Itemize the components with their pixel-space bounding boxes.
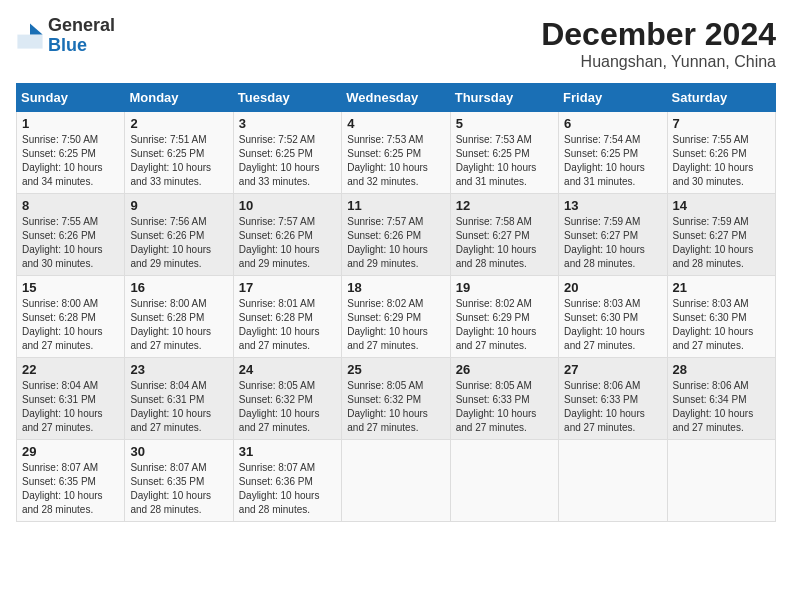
calendar-day-cell: 29Sunrise: 8:07 AM Sunset: 6:35 PM Dayli… <box>17 440 125 522</box>
day-detail: Sunrise: 8:04 AM Sunset: 6:31 PM Dayligh… <box>22 379 119 435</box>
weekday-header-wednesday: Wednesday <box>342 84 450 112</box>
calendar-subtitle: Huangshan, Yunnan, China <box>541 53 776 71</box>
day-number: 23 <box>130 362 227 377</box>
day-number: 12 <box>456 198 553 213</box>
day-detail: Sunrise: 8:01 AM Sunset: 6:28 PM Dayligh… <box>239 297 336 353</box>
calendar-day-cell: 30Sunrise: 8:07 AM Sunset: 6:35 PM Dayli… <box>125 440 233 522</box>
empty-day-cell <box>667 440 775 522</box>
day-detail: Sunrise: 7:52 AM Sunset: 6:25 PM Dayligh… <box>239 133 336 189</box>
day-number: 17 <box>239 280 336 295</box>
svg-marker-0 <box>30 23 43 34</box>
calendar-day-cell: 31Sunrise: 8:07 AM Sunset: 6:36 PM Dayli… <box>233 440 341 522</box>
day-number: 9 <box>130 198 227 213</box>
day-number: 31 <box>239 444 336 459</box>
calendar-day-cell: 18Sunrise: 8:02 AM Sunset: 6:29 PM Dayli… <box>342 276 450 358</box>
calendar-day-cell: 10Sunrise: 7:57 AM Sunset: 6:26 PM Dayli… <box>233 194 341 276</box>
calendar-day-cell: 8Sunrise: 7:55 AM Sunset: 6:26 PM Daylig… <box>17 194 125 276</box>
day-detail: Sunrise: 7:56 AM Sunset: 6:26 PM Dayligh… <box>130 215 227 271</box>
calendar-day-cell: 16Sunrise: 8:00 AM Sunset: 6:28 PM Dayli… <box>125 276 233 358</box>
day-detail: Sunrise: 7:54 AM Sunset: 6:25 PM Dayligh… <box>564 133 661 189</box>
weekday-header-thursday: Thursday <box>450 84 558 112</box>
day-number: 21 <box>673 280 770 295</box>
day-number: 1 <box>22 116 119 131</box>
calendar-day-cell: 23Sunrise: 8:04 AM Sunset: 6:31 PM Dayli… <box>125 358 233 440</box>
calendar-day-cell: 24Sunrise: 8:05 AM Sunset: 6:32 PM Dayli… <box>233 358 341 440</box>
day-detail: Sunrise: 7:59 AM Sunset: 6:27 PM Dayligh… <box>564 215 661 271</box>
day-number: 13 <box>564 198 661 213</box>
empty-day-cell <box>559 440 667 522</box>
day-detail: Sunrise: 7:50 AM Sunset: 6:25 PM Dayligh… <box>22 133 119 189</box>
day-detail: Sunrise: 8:00 AM Sunset: 6:28 PM Dayligh… <box>130 297 227 353</box>
calendar-day-cell: 20Sunrise: 8:03 AM Sunset: 6:30 PM Dayli… <box>559 276 667 358</box>
calendar-day-cell: 22Sunrise: 8:04 AM Sunset: 6:31 PM Dayli… <box>17 358 125 440</box>
calendar-day-cell: 3Sunrise: 7:52 AM Sunset: 6:25 PM Daylig… <box>233 112 341 194</box>
day-detail: Sunrise: 8:07 AM Sunset: 6:35 PM Dayligh… <box>22 461 119 517</box>
day-number: 29 <box>22 444 119 459</box>
day-detail: Sunrise: 7:58 AM Sunset: 6:27 PM Dayligh… <box>456 215 553 271</box>
calendar-day-cell: 26Sunrise: 8:05 AM Sunset: 6:33 PM Dayli… <box>450 358 558 440</box>
calendar-day-cell: 1Sunrise: 7:50 AM Sunset: 6:25 PM Daylig… <box>17 112 125 194</box>
calendar-day-cell: 6Sunrise: 7:54 AM Sunset: 6:25 PM Daylig… <box>559 112 667 194</box>
calendar-week-row: 15Sunrise: 8:00 AM Sunset: 6:28 PM Dayli… <box>17 276 776 358</box>
day-number: 20 <box>564 280 661 295</box>
day-number: 3 <box>239 116 336 131</box>
day-detail: Sunrise: 8:07 AM Sunset: 6:35 PM Dayligh… <box>130 461 227 517</box>
calendar-day-cell: 7Sunrise: 7:55 AM Sunset: 6:26 PM Daylig… <box>667 112 775 194</box>
calendar-day-cell: 15Sunrise: 8:00 AM Sunset: 6:28 PM Dayli… <box>17 276 125 358</box>
calendar-day-cell: 9Sunrise: 7:56 AM Sunset: 6:26 PM Daylig… <box>125 194 233 276</box>
day-number: 27 <box>564 362 661 377</box>
weekday-header-row: SundayMondayTuesdayWednesdayThursdayFrid… <box>17 84 776 112</box>
day-number: 24 <box>239 362 336 377</box>
weekday-header-monday: Monday <box>125 84 233 112</box>
day-number: 28 <box>673 362 770 377</box>
logo-text: General Blue <box>48 16 115 56</box>
calendar-day-cell: 2Sunrise: 7:51 AM Sunset: 6:25 PM Daylig… <box>125 112 233 194</box>
day-number: 2 <box>130 116 227 131</box>
day-number: 26 <box>456 362 553 377</box>
calendar-day-cell: 4Sunrise: 7:53 AM Sunset: 6:25 PM Daylig… <box>342 112 450 194</box>
logo-icon <box>16 22 44 50</box>
day-number: 15 <box>22 280 119 295</box>
calendar-day-cell: 5Sunrise: 7:53 AM Sunset: 6:25 PM Daylig… <box>450 112 558 194</box>
day-detail: Sunrise: 7:53 AM Sunset: 6:25 PM Dayligh… <box>456 133 553 189</box>
day-detail: Sunrise: 8:00 AM Sunset: 6:28 PM Dayligh… <box>22 297 119 353</box>
calendar-week-row: 29Sunrise: 8:07 AM Sunset: 6:35 PM Dayli… <box>17 440 776 522</box>
empty-day-cell <box>450 440 558 522</box>
calendar-day-cell: 21Sunrise: 8:03 AM Sunset: 6:30 PM Dayli… <box>667 276 775 358</box>
calendar-day-cell: 17Sunrise: 8:01 AM Sunset: 6:28 PM Dayli… <box>233 276 341 358</box>
calendar-week-row: 8Sunrise: 7:55 AM Sunset: 6:26 PM Daylig… <box>17 194 776 276</box>
title-block: December 2024 Huangshan, Yunnan, China <box>541 16 776 71</box>
day-number: 4 <box>347 116 444 131</box>
svg-marker-1 <box>17 34 42 48</box>
weekday-header-friday: Friday <box>559 84 667 112</box>
calendar-day-cell: 14Sunrise: 7:59 AM Sunset: 6:27 PM Dayli… <box>667 194 775 276</box>
day-detail: Sunrise: 8:06 AM Sunset: 6:33 PM Dayligh… <box>564 379 661 435</box>
weekday-header-sunday: Sunday <box>17 84 125 112</box>
day-number: 8 <box>22 198 119 213</box>
calendar-day-cell: 13Sunrise: 7:59 AM Sunset: 6:27 PM Dayli… <box>559 194 667 276</box>
day-number: 6 <box>564 116 661 131</box>
day-number: 14 <box>673 198 770 213</box>
day-number: 11 <box>347 198 444 213</box>
day-detail: Sunrise: 8:02 AM Sunset: 6:29 PM Dayligh… <box>347 297 444 353</box>
day-number: 25 <box>347 362 444 377</box>
calendar-title: December 2024 <box>541 16 776 53</box>
day-number: 19 <box>456 280 553 295</box>
day-detail: Sunrise: 7:59 AM Sunset: 6:27 PM Dayligh… <box>673 215 770 271</box>
day-detail: Sunrise: 7:55 AM Sunset: 6:26 PM Dayligh… <box>673 133 770 189</box>
day-detail: Sunrise: 8:07 AM Sunset: 6:36 PM Dayligh… <box>239 461 336 517</box>
weekday-header-saturday: Saturday <box>667 84 775 112</box>
day-number: 18 <box>347 280 444 295</box>
day-detail: Sunrise: 8:03 AM Sunset: 6:30 PM Dayligh… <box>564 297 661 353</box>
calendar-day-cell: 28Sunrise: 8:06 AM Sunset: 6:34 PM Dayli… <box>667 358 775 440</box>
day-number: 7 <box>673 116 770 131</box>
day-detail: Sunrise: 8:05 AM Sunset: 6:33 PM Dayligh… <box>456 379 553 435</box>
day-detail: Sunrise: 7:53 AM Sunset: 6:25 PM Dayligh… <box>347 133 444 189</box>
day-number: 10 <box>239 198 336 213</box>
calendar-day-cell: 25Sunrise: 8:05 AM Sunset: 6:32 PM Dayli… <box>342 358 450 440</box>
calendar-week-row: 1Sunrise: 7:50 AM Sunset: 6:25 PM Daylig… <box>17 112 776 194</box>
day-detail: Sunrise: 8:05 AM Sunset: 6:32 PM Dayligh… <box>239 379 336 435</box>
day-detail: Sunrise: 7:51 AM Sunset: 6:25 PM Dayligh… <box>130 133 227 189</box>
empty-day-cell <box>342 440 450 522</box>
calendar-day-cell: 27Sunrise: 8:06 AM Sunset: 6:33 PM Dayli… <box>559 358 667 440</box>
